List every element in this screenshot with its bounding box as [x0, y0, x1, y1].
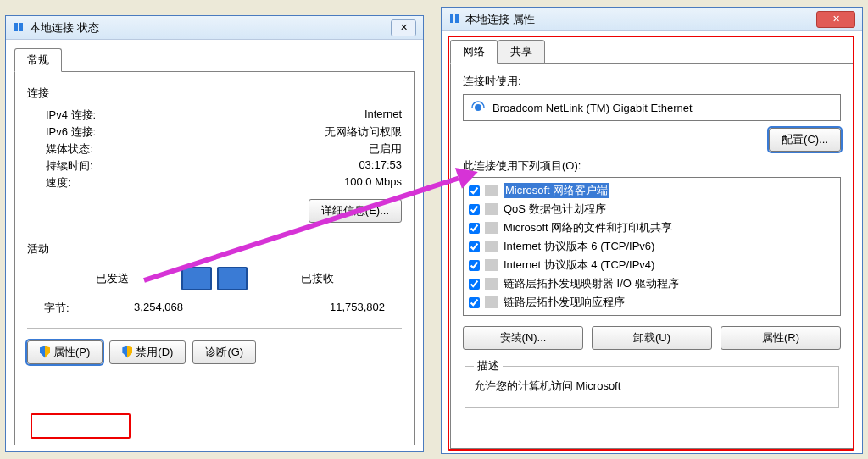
- component-icon: [485, 185, 498, 196]
- properties-button-label: 属性(P): [53, 345, 90, 360]
- item-checkbox[interactable]: [469, 223, 480, 234]
- speed-value: 100.0 Mbps: [344, 175, 402, 191]
- recv-label: 已接收: [248, 271, 387, 286]
- item-label: Microsoft 网络客户端: [504, 183, 609, 198]
- bytes-sent: 3,254,068: [134, 301, 183, 316]
- svg-rect-0: [14, 23, 18, 31]
- item-label: QoS 数据包计划程序: [504, 202, 606, 217]
- list-item[interactable]: Microsoft 网络客户端: [469, 181, 835, 200]
- monitor-sent-icon: [181, 267, 212, 290]
- close-button[interactable]: ✕: [391, 19, 416, 36]
- activity-icon: [181, 267, 248, 290]
- disable-button-label: 禁用(D): [136, 345, 173, 360]
- uninstall-button[interactable]: 卸载(U): [592, 326, 712, 350]
- duration-label: 持续时间:: [46, 158, 93, 174]
- list-item[interactable]: Internet 协议版本 6 (TCP/IPv6): [469, 237, 835, 256]
- diagnose-button[interactable]: 诊断(G): [192, 340, 256, 364]
- bytes-recv: 11,753,802: [330, 301, 385, 316]
- adapter-icon: [470, 100, 486, 115]
- svg-rect-2: [450, 14, 453, 23]
- list-item[interactable]: 链路层拓扑发现映射器 I/O 驱动程序: [469, 274, 835, 293]
- shield-icon: [122, 346, 132, 358]
- svg-rect-1: [19, 23, 23, 31]
- tab-share[interactable]: 共享: [498, 40, 545, 64]
- connect-using-label: 连接时使用:: [463, 74, 841, 89]
- media-value: 已启用: [369, 141, 402, 157]
- tab-network[interactable]: 网络: [450, 40, 498, 64]
- item-label: Internet 协议版本 4 (TCP/IPv4): [504, 257, 654, 273]
- media-label: 媒体状态:: [46, 141, 93, 157]
- item-label: Microsoft 网络的文件和打印机共享: [504, 220, 672, 235]
- svg-point-4: [475, 104, 481, 111]
- network-icon: [13, 22, 25, 34]
- component-icon: [485, 296, 498, 308]
- list-item[interactable]: Microsoft 网络的文件和打印机共享: [469, 218, 835, 237]
- ipv4-value: Internet: [364, 108, 402, 123]
- component-icon: [485, 259, 498, 271]
- section-connection-label: 连接: [27, 86, 402, 101]
- svg-rect-3: [455, 14, 459, 23]
- close-button[interactable]: ✕: [816, 11, 855, 28]
- speed-label: 速度:: [46, 175, 71, 191]
- items-list[interactable]: Microsoft 网络客户端QoS 数据包计划程序Microsoft 网络的文…: [463, 177, 841, 316]
- network-icon: [448, 14, 460, 25]
- component-icon: [485, 203, 498, 215]
- item-label: 链路层拓扑发现映射器 I/O 驱动程序: [504, 276, 679, 291]
- item-checkbox[interactable]: [469, 241, 480, 252]
- items-label: 此连接使用下列项目(O):: [463, 158, 841, 174]
- window-properties: 本地连接 属性 ✕ 网络 共享 连接时使用: Broadcom NetLink …: [441, 7, 863, 454]
- properties-button[interactable]: 属性(P): [27, 340, 103, 364]
- adapter-field: Broadcom NetLink (TM) Gigabit Ethernet: [463, 94, 841, 121]
- item-checkbox[interactable]: [469, 260, 480, 271]
- ipv6-label: IPv6 连接:: [46, 124, 96, 140]
- configure-button[interactable]: 配置(C)...: [769, 128, 841, 152]
- item-checkbox[interactable]: [469, 279, 480, 290]
- window-title: 本地连接 属性: [465, 12, 811, 27]
- bytes-label: 字节:: [44, 301, 70, 316]
- shield-icon: [40, 346, 50, 358]
- install-button[interactable]: 安装(N)...: [463, 326, 583, 350]
- tab-general[interactable]: 常规: [14, 48, 62, 72]
- window-title: 本地连接 状态: [30, 20, 386, 36]
- component-icon: [485, 278, 498, 290]
- ipv6-value: 无网络访问权限: [325, 124, 402, 140]
- ipv4-label: IPv4 连接:: [46, 108, 96, 123]
- duration-value: 03:17:53: [359, 158, 402, 174]
- window-status: 本地连接 状态 ✕ 常规 连接 IPv4 连接:Internet IPv6 连接…: [5, 15, 424, 452]
- item-checkbox[interactable]: [469, 204, 480, 215]
- titlebar-status[interactable]: 本地连接 状态 ✕: [6, 16, 423, 40]
- adapter-name: Broadcom NetLink (TM) Gigabit Ethernet: [492, 102, 693, 114]
- item-label: Internet 协议版本 6 (TCP/IPv6): [504, 239, 654, 254]
- tabs: 网络 共享: [450, 40, 854, 64]
- item-label: 链路层拓扑发现响应程序: [504, 295, 625, 310]
- description-label: 描述: [474, 358, 503, 373]
- component-icon: [485, 241, 498, 252]
- list-item[interactable]: QoS 数据包计划程序: [469, 200, 835, 218]
- monitor-recv-icon: [217, 267, 248, 290]
- item-checkbox[interactable]: [469, 297, 480, 308]
- list-item[interactable]: Internet 协议版本 4 (TCP/IPv4): [469, 256, 835, 274]
- item-checkbox[interactable]: [469, 185, 480, 196]
- titlebar-properties[interactable]: 本地连接 属性 ✕: [442, 8, 862, 31]
- list-item[interactable]: 链路层拓扑发现响应程序: [469, 293, 835, 312]
- tabs: 常规: [14, 48, 415, 72]
- description-text: 允许您的计算机访问 Microsoft: [474, 379, 620, 392]
- description-group: 描述 允许您的计算机访问 Microsoft: [465, 358, 839, 408]
- component-icon: [485, 222, 498, 234]
- disable-button[interactable]: 禁用(D): [109, 340, 186, 364]
- item-properties-button[interactable]: 属性(R): [721, 326, 841, 350]
